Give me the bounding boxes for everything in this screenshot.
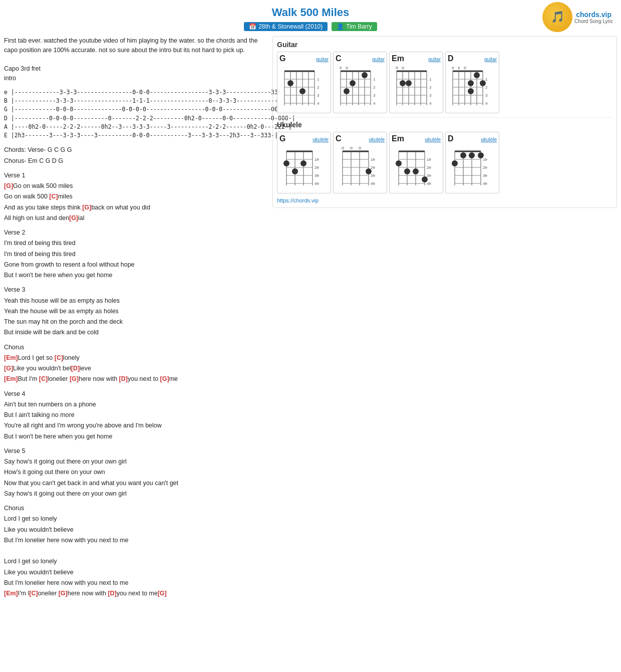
- artist-tag[interactable]: 👤 Tim Barry: [332, 22, 377, 31]
- verse-4-line-1: Ain't but ten numbers on a phone: [4, 399, 264, 410]
- chorus-2-line-5: Lord I get so lonely: [4, 556, 264, 567]
- svg-text:2fr: 2fr: [483, 165, 488, 170]
- svg-point-124: [396, 160, 402, 166]
- svg-point-143: [469, 152, 475, 158]
- intro-description: First tab ever. watched the youtube vide…: [4, 36, 264, 83]
- person-icon: 👤: [337, 23, 344, 30]
- chord-panel: Guitar G guitar: [272, 36, 617, 208]
- svg-point-110: [366, 168, 372, 174]
- chorus-2-title: Chorus: [4, 503, 264, 514]
- logo-text-block: chords.vip Chord Song Lyric: [574, 11, 613, 24]
- svg-point-127: [422, 176, 428, 182]
- guitar-chord-Em[interactable]: Em guitar o o: [389, 52, 443, 113]
- verse-3-line-3: The sun may hit on the porch and the dec…: [4, 317, 264, 327]
- main-layout: First tab ever. watched the youtube vide…: [0, 34, 621, 605]
- verse-3: Verse 3 Yeah this house will be as empty…: [4, 285, 264, 338]
- svg-text:1fr: 1fr: [483, 157, 488, 162]
- svg-text:1fr: 1fr: [429, 77, 432, 82]
- verse-4-line-4: But I won't be here when you get home: [4, 431, 264, 442]
- uke-Em-name: Em: [392, 134, 404, 143]
- verse-5-line-3: Now that you can't get back in and what …: [4, 478, 264, 489]
- right-column: Guitar G guitar: [272, 36, 617, 603]
- page-header: Walk 500 Miles 📅 28th & Stonewall (2010)…: [0, 0, 621, 34]
- left-column: First tab ever. watched the youtube vide…: [4, 36, 264, 603]
- svg-text:o: o: [346, 65, 348, 70]
- verse-1-line-4: All high on lust and den[G]ial: [4, 213, 264, 223]
- svg-point-55: [406, 80, 412, 86]
- verse-1-line-1: [G]Go on walk 500 miles: [4, 181, 264, 191]
- svg-point-36: [344, 88, 350, 94]
- chord-Em-type[interactable]: guitar: [428, 57, 441, 62]
- uke-D-type[interactable]: ukulele: [481, 137, 497, 142]
- svg-point-16: [299, 88, 305, 94]
- svg-text:x: x: [452, 65, 454, 70]
- svg-text:2fr: 2fr: [485, 85, 488, 90]
- verse-4-line-3: You're all right and I'm wrong you're ab…: [4, 420, 264, 431]
- guitar-chord-G[interactable]: G guitar: [277, 52, 331, 113]
- svg-text:o: o: [396, 65, 398, 70]
- chorus-2-line-1: Lord I get so lonely: [4, 514, 264, 524]
- chord-url-link[interactable]: https://chords.vip: [277, 197, 612, 203]
- verse-3-line-1: Yeah this house will be as empty as hole…: [4, 296, 264, 306]
- svg-text:3fr: 3fr: [485, 93, 488, 98]
- verse-1-line-2: Go on walk 500 [C]miles: [4, 191, 264, 202]
- svg-text:4fr: 4fr: [429, 101, 432, 106]
- svg-text:x: x: [340, 65, 342, 70]
- svg-text:2fr: 2fr: [317, 85, 320, 90]
- svg-point-35: [350, 80, 356, 86]
- svg-point-15: [287, 80, 293, 86]
- svg-point-142: [460, 152, 466, 158]
- uke-D-name: D: [448, 134, 454, 143]
- svg-point-93: [300, 160, 306, 166]
- chorus-1-line-3: [Em]But I'm [C]lonelier [G]here now with…: [4, 374, 264, 384]
- svg-point-74: [474, 72, 480, 78]
- verse-2: Verse 2 I'm tired of being this tired I'…: [4, 228, 264, 281]
- ukulele-chord-Em[interactable]: Em ukulele 1fr 2fr: [389, 132, 443, 193]
- verse-5-line-2: How's it going out there on your own: [4, 467, 264, 478]
- chords-info: Chords: Verse- G C G G Chorus- Em C G D …: [4, 145, 264, 166]
- tab-block: e |-------------3-3-3----------------0-0…: [4, 88, 264, 140]
- chord-D-type[interactable]: guitar: [484, 57, 497, 62]
- ukulele-chord-C[interactable]: C ukulele o o o: [333, 132, 387, 193]
- svg-text:o: o: [342, 145, 344, 150]
- chorus-1-title: Chorus: [4, 342, 264, 353]
- svg-point-76: [480, 80, 486, 86]
- verse-5-title: Verse 5: [4, 446, 264, 457]
- guitar-chord-D[interactable]: D guitar x x o: [445, 52, 499, 113]
- svg-text:4fr: 4fr: [315, 181, 320, 186]
- svg-text:2fr: 2fr: [373, 85, 376, 90]
- ukulele-C-diagram: o o o 1fr 2fr 3fr: [336, 144, 376, 189]
- chorus-1-line-2: [G]Like you wouldn't bel[D]ieve: [4, 363, 264, 374]
- svg-text:3fr: 3fr: [483, 173, 488, 178]
- verse-1-title: Verse 1: [4, 170, 264, 181]
- guitar-C-diagram: x o 1fr: [336, 64, 376, 109]
- verse-4-line-2: But I ain't talking no more: [4, 410, 264, 420]
- uke-C-type[interactable]: ukulele: [369, 137, 385, 142]
- ukulele-chord-G[interactable]: G ukulele 1fr 2fr: [277, 132, 331, 193]
- svg-point-34: [362, 72, 368, 78]
- uke-G-type[interactable]: ukulele: [313, 137, 329, 142]
- uke-G-name: G: [279, 134, 285, 143]
- chord-G-name: G: [279, 54, 285, 63]
- chord-D-name: D: [448, 54, 454, 63]
- guitar-chord-C[interactable]: C guitar x o: [333, 52, 387, 113]
- guitar-D-diagram: x x o 1fr: [448, 64, 488, 109]
- svg-text:2fr: 2fr: [427, 165, 432, 170]
- chorus-2-line-7: But I'm lonelier here now with you next …: [4, 578, 264, 588]
- guitar-Em-diagram: o o 1fr 2fr: [392, 64, 432, 109]
- chorus-1-line-1: [Em]Lord I get so [C]lonely: [4, 353, 264, 363]
- uke-C-name: C: [336, 134, 342, 143]
- chord-C-type[interactable]: guitar: [372, 57, 385, 62]
- verse-5: Verse 5 Say how's it going out there on …: [4, 446, 264, 499]
- svg-text:3fr: 3fr: [427, 173, 432, 178]
- header-tags: 📅 28th & Stonewall (2010) 👤 Tim Barry: [0, 22, 621, 31]
- verse-1: Verse 1 [G]Go on walk 500 miles Go on wa…: [4, 170, 264, 223]
- album-tag[interactable]: 📅 28th & Stonewall (2010): [244, 22, 328, 31]
- svg-point-144: [478, 152, 484, 158]
- chord-G-type[interactable]: guitar: [316, 57, 329, 62]
- verse-5-line-4: Say how's it going out there on your own…: [4, 489, 264, 499]
- uke-Em-type[interactable]: ukulele: [425, 137, 441, 142]
- svg-text:1fr: 1fr: [427, 157, 432, 162]
- ukulele-chord-D[interactable]: D ukulele 1fr 2fr: [445, 132, 499, 193]
- svg-text:1fr: 1fr: [317, 77, 320, 82]
